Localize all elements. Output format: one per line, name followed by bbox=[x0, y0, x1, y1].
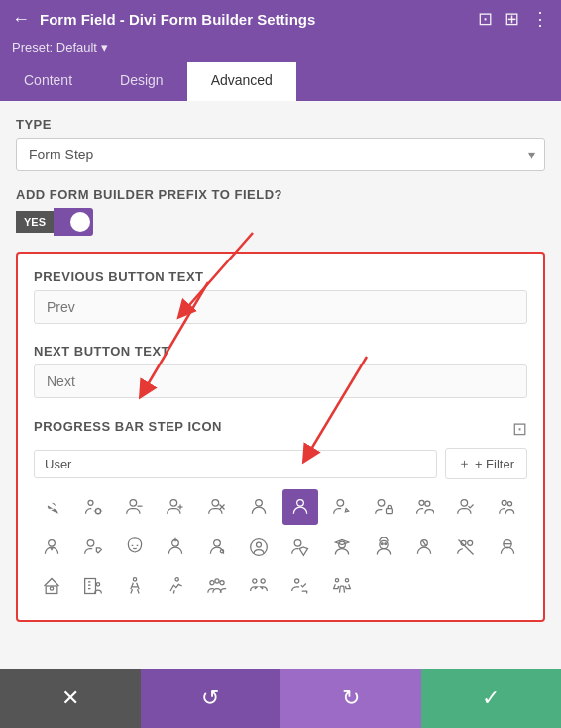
svg-point-40 bbox=[50, 587, 53, 590]
search-filter-row: ＋ + Filter bbox=[34, 448, 527, 479]
svg-point-45 bbox=[210, 581, 214, 585]
type-select[interactable]: Form Step bbox=[16, 138, 545, 171]
icon-cell-1[interactable] bbox=[34, 489, 69, 525]
camera-icon[interactable]: ⊡ bbox=[512, 418, 527, 440]
toggle-circle bbox=[70, 212, 90, 232]
icon-cell-19[interactable] bbox=[282, 529, 318, 565]
prev-button-label: Previous Button Text bbox=[34, 269, 527, 284]
icon-cell-12[interactable] bbox=[490, 489, 525, 525]
redo-button[interactable]: ↻ bbox=[280, 669, 421, 728]
icon-cell-31[interactable] bbox=[282, 569, 318, 604]
toggle-on-state[interactable] bbox=[54, 208, 93, 236]
svg-point-1 bbox=[95, 509, 100, 514]
svg-point-29 bbox=[294, 540, 301, 547]
svg-point-26 bbox=[221, 550, 224, 553]
undo-button[interactable]: ↺ bbox=[141, 669, 281, 728]
svg-point-25 bbox=[214, 540, 221, 547]
bottom-toolbar: ✕ ↺ ↻ ✓ bbox=[0, 669, 561, 728]
svg-point-43 bbox=[133, 578, 136, 581]
svg-point-15 bbox=[419, 500, 424, 505]
svg-point-50 bbox=[295, 579, 299, 583]
icon-cell-21[interactable] bbox=[366, 529, 401, 565]
icon-cell-9[interactable] bbox=[366, 489, 401, 525]
tab-content[interactable]: Content bbox=[0, 62, 96, 101]
next-button-label: Next Button Text bbox=[34, 344, 527, 359]
toggle-yes-label: YES bbox=[16, 211, 54, 233]
icon-cell-13[interactable] bbox=[34, 529, 69, 565]
undo-icon: ↺ bbox=[201, 685, 219, 711]
svg-rect-41 bbox=[84, 579, 95, 594]
svg-point-42 bbox=[96, 583, 99, 586]
redo-icon: ↻ bbox=[342, 685, 360, 711]
icon-cell-17[interactable] bbox=[199, 529, 235, 565]
preset-bar: Preset: Default ▾ bbox=[0, 38, 561, 62]
tab-design[interactable]: Design bbox=[96, 62, 187, 101]
icon-cell-3[interactable] bbox=[117, 489, 153, 525]
svg-point-16 bbox=[425, 501, 430, 506]
icon-cell-22[interactable] bbox=[406, 529, 442, 565]
icon-cell-32[interactable] bbox=[324, 569, 360, 604]
svg-point-21 bbox=[87, 540, 94, 547]
save-icon: ✓ bbox=[482, 685, 500, 711]
svg-rect-14 bbox=[386, 509, 392, 514]
save-button[interactable]: ✓ bbox=[421, 669, 562, 728]
split-icon[interactable]: ⊞ bbox=[505, 8, 519, 30]
icon-cell-6[interactable] bbox=[241, 489, 277, 525]
svg-point-52 bbox=[345, 579, 348, 582]
progress-icon-section: Progress Bar Step Icon ⊡ ＋ + Filter bbox=[34, 418, 527, 604]
icon-cell-18[interactable] bbox=[241, 529, 277, 565]
svg-point-49 bbox=[261, 579, 265, 583]
type-select-wrapper: Form Step ▾ bbox=[16, 138, 545, 171]
svg-point-0 bbox=[88, 500, 93, 505]
prefix-label: Add Form Builder Prefix to field? bbox=[16, 187, 545, 202]
svg-point-48 bbox=[253, 579, 257, 583]
prev-button-input[interactable] bbox=[34, 290, 527, 324]
icon-cell-27[interactable] bbox=[117, 569, 153, 604]
svg-point-13 bbox=[378, 500, 385, 507]
progress-icon-label: Progress Bar Step Icon bbox=[34, 419, 222, 434]
icon-cell-11[interactable] bbox=[448, 489, 484, 525]
icon-cell-5[interactable] bbox=[199, 489, 235, 525]
svg-point-31 bbox=[379, 540, 387, 548]
filter-plus-icon: ＋ bbox=[458, 455, 471, 472]
icon-cell-30[interactable] bbox=[241, 569, 277, 604]
icon-cell-2[interactable] bbox=[75, 489, 111, 525]
svg-point-17 bbox=[461, 500, 468, 507]
icon-cell-15[interactable] bbox=[117, 529, 153, 565]
more-icon[interactable]: ⋮ bbox=[531, 8, 549, 30]
icon-search-input[interactable] bbox=[34, 450, 437, 478]
type-label: Type bbox=[16, 117, 545, 132]
svg-point-36 bbox=[468, 540, 473, 545]
close-icon: ✕ bbox=[61, 685, 79, 711]
svg-point-18 bbox=[502, 500, 506, 505]
icon-cell-25[interactable] bbox=[34, 569, 69, 604]
svg-point-2 bbox=[130, 500, 137, 507]
svg-point-46 bbox=[220, 581, 224, 585]
filter-label: + Filter bbox=[475, 457, 514, 471]
next-button-input[interactable] bbox=[34, 364, 527, 398]
prev-button-group: Previous Button Text bbox=[34, 269, 527, 328]
icon-cell-7[interactable] bbox=[282, 489, 318, 525]
icon-cell-20[interactable] bbox=[324, 529, 360, 565]
svg-point-47 bbox=[215, 579, 219, 583]
icon-cell-14[interactable] bbox=[75, 529, 111, 565]
icon-cell-29[interactable] bbox=[199, 569, 235, 604]
filter-button[interactable]: ＋ + Filter bbox=[445, 448, 527, 479]
target-icon[interactable]: ⊡ bbox=[478, 8, 493, 30]
tab-advanced[interactable]: Advanced bbox=[187, 62, 296, 101]
preset-label[interactable]: Preset: Default ▾ bbox=[12, 40, 108, 54]
icon-cell-8[interactable] bbox=[324, 489, 360, 525]
icon-cell-16[interactable] bbox=[158, 529, 193, 565]
icon-cell-28[interactable] bbox=[158, 569, 193, 604]
header-left: ← Form Field - Divi Form Builder Setting… bbox=[12, 9, 315, 30]
svg-point-44 bbox=[175, 578, 178, 581]
back-icon[interactable]: ← bbox=[12, 9, 30, 30]
icon-cell-23[interactable] bbox=[448, 529, 484, 565]
icon-section: Previous Button Text Next Button Text Pr… bbox=[16, 252, 545, 622]
prefix-toggle[interactable]: YES bbox=[16, 208, 545, 236]
icon-cell-24[interactable] bbox=[490, 529, 525, 565]
icon-cell-4[interactable] bbox=[158, 489, 193, 525]
icon-cell-10[interactable] bbox=[406, 489, 442, 525]
close-button[interactable]: ✕ bbox=[0, 669, 141, 728]
icon-cell-26[interactable] bbox=[75, 569, 111, 604]
